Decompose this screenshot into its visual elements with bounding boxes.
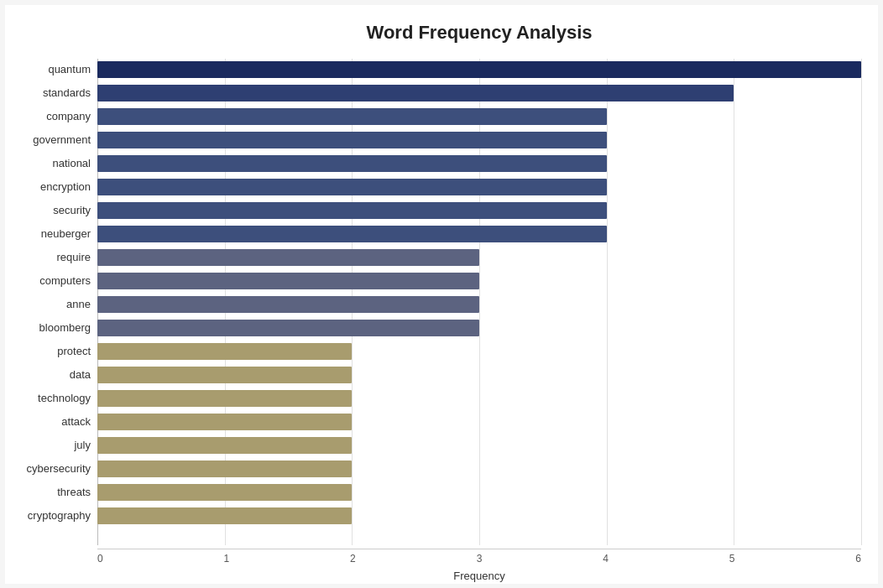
bar-label: national	[11, 157, 91, 169]
bar-label: july	[11, 439, 91, 451]
bar	[97, 132, 607, 148]
bar	[97, 320, 479, 336]
bar-label: cryptography	[11, 509, 91, 522]
bar	[97, 507, 352, 524]
bar-row: protect	[97, 341, 861, 362]
bar	[97, 390, 352, 407]
bar-label: protect	[11, 345, 91, 357]
bar	[97, 249, 479, 266]
bar	[97, 343, 352, 360]
bar-label: attack	[11, 415, 91, 428]
bar-row: threats	[97, 481, 861, 503]
bar-label: technology	[11, 392, 91, 404]
bar-label: bloomberg	[11, 321, 91, 334]
bar	[97, 484, 352, 501]
bar-label: encryption	[11, 180, 91, 193]
bar-label: require	[11, 251, 91, 263]
grid-line	[861, 59, 862, 545]
bar	[97, 226, 607, 242]
x-axis-ticks: 0123456	[97, 553, 861, 565]
bar-row: standards	[97, 82, 861, 104]
bar-label: computers	[11, 274, 91, 287]
bar	[97, 108, 607, 125]
bar	[97, 273, 479, 289]
bar	[97, 61, 861, 78]
bar-row: national	[97, 153, 861, 174]
bar-row: data	[97, 364, 861, 386]
bar-row: neuberger	[97, 223, 861, 245]
chart-title: Word Frequency Analysis	[97, 22, 861, 44]
bar-row: bloomberg	[97, 317, 861, 339]
bar-row: cryptography	[97, 505, 861, 527]
bar-label: cybersecurity	[11, 462, 91, 475]
chart-container: Word Frequency Analysis quantumstandards…	[5, 5, 878, 584]
x-axis-tick: 1	[224, 553, 230, 565]
bar-label: standards	[11, 86, 91, 99]
bar-label: quantum	[11, 63, 91, 75]
bar-row: technology	[97, 388, 861, 409]
bar-row: computers	[97, 270, 861, 292]
bar-label: company	[11, 110, 91, 122]
x-axis-label: Frequency	[97, 570, 861, 582]
bar	[97, 202, 607, 219]
bars-wrapper: quantumstandardscompanygovernmentnationa…	[97, 59, 861, 545]
bar-label: government	[11, 133, 91, 146]
x-axis-tick: 0	[97, 553, 103, 565]
bar-row: encryption	[97, 176, 861, 198]
bar-row: security	[97, 200, 861, 221]
bar	[97, 155, 607, 172]
bar-label: neuberger	[11, 227, 91, 240]
chart-area: quantumstandardscompanygovernmentnationa…	[97, 59, 861, 545]
x-axis-line	[97, 549, 861, 549]
bar-row: attack	[97, 411, 861, 433]
bar	[97, 414, 352, 430]
bar-row: company	[97, 106, 861, 127]
bar-row: july	[97, 434, 861, 456]
bar-label: security	[11, 204, 91, 216]
x-axis-tick: 3	[477, 553, 483, 565]
bar	[97, 85, 734, 101]
bar	[97, 179, 607, 195]
bar-label: data	[11, 368, 91, 381]
bar	[97, 296, 479, 313]
x-axis-tick: 5	[729, 553, 735, 565]
bar-row: quantum	[97, 59, 861, 81]
bar-label: threats	[11, 486, 91, 498]
bar-row: anne	[97, 294, 861, 315]
bar-label: anne	[11, 298, 91, 310]
x-axis-tick: 2	[350, 553, 356, 565]
bar-row: require	[97, 247, 861, 268]
x-axis-tick: 6	[855, 553, 861, 565]
bar	[97, 437, 352, 454]
x-axis-tick: 4	[603, 553, 609, 565]
bar	[97, 367, 352, 383]
bar	[97, 461, 352, 477]
x-axis: 0123456 Frequency	[97, 549, 861, 582]
bar-row: government	[97, 129, 861, 151]
bar-row: cybersecurity	[97, 458, 861, 480]
